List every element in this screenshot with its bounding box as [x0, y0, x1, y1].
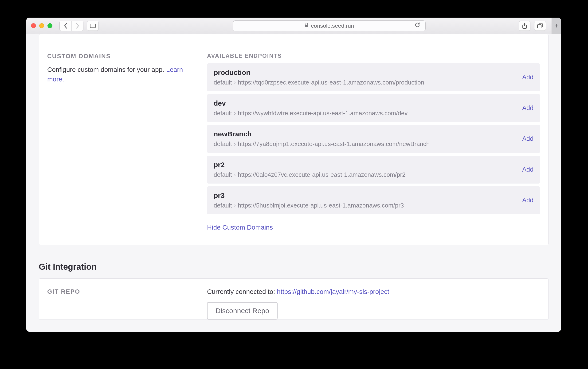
endpoint-url: https://5husblmjoi.execute-api.us-east-1…	[238, 202, 404, 209]
share-icon	[522, 23, 527, 29]
card-divider	[39, 34, 548, 41]
endpoint-name: dev	[214, 99, 408, 107]
endpoint-info: newBranch default›https://7ya8dojmp1.exe…	[214, 130, 430, 148]
git-repo-link[interactable]: https://github.com/jayair/my-sls-project	[277, 288, 389, 295]
endpoint-info: pr2 default›https://0alo4z07vc.execute-a…	[214, 161, 406, 178]
tabs-icon	[537, 23, 543, 28]
endpoint-name: pr2	[214, 161, 406, 169]
endpoint-name: pr3	[214, 191, 404, 199]
endpoint-row: dev default›https://wywhfdwtre.execute-a…	[207, 94, 540, 122]
git-integration-title: Git Integration	[39, 262, 548, 272]
chevron-right-icon: ›	[234, 171, 236, 178]
endpoint-path: default›https://wywhfdwtre.execute-api.u…	[214, 110, 408, 117]
custom-domains-description: Configure custom domains for your app. L…	[47, 65, 198, 84]
endpoint-url: https://wywhfdwtre.execute-api.us-east-1…	[238, 110, 408, 117]
svg-rect-0	[305, 25, 308, 27]
endpoint-info: pr3 default›https://5husblmjoi.execute-a…	[214, 191, 404, 209]
endpoint-stage: default	[214, 79, 232, 86]
git-connected-text: Currently connected to: https://github.c…	[207, 288, 540, 296]
chevron-left-icon	[64, 23, 67, 29]
endpoints-list: production default›https://tqd0rzpsec.ex…	[207, 63, 540, 214]
git-integration-section: Git Integration GIT REPO Currently conne…	[39, 262, 548, 320]
add-endpoint-button[interactable]: Add	[522, 74, 534, 81]
endpoint-url: https://7ya8dojmp1.execute-api.us-east-1…	[238, 140, 430, 147]
endpoints-panel: AVAILABLE ENDPOINTS production default›h…	[207, 53, 540, 231]
page-content: CUSTOM DOMAINS Configure custom domains …	[26, 34, 561, 332]
add-endpoint-button[interactable]: Add	[522, 135, 534, 142]
endpoint-path: default›https://0alo4z07vc.execute-api.u…	[214, 171, 406, 178]
address-url: console.seed.run	[311, 22, 354, 29]
endpoint-url: https://tqd0rzpsec.execute-api.us-east-1…	[238, 79, 424, 86]
lock-icon	[304, 22, 309, 29]
window-controls	[31, 23, 52, 28]
endpoint-name: newBranch	[214, 130, 430, 138]
tabs-button[interactable]	[534, 21, 546, 31]
back-button[interactable]	[60, 21, 72, 31]
refresh-icon	[415, 22, 420, 28]
endpoint-row: pr2 default›https://0alo4z07vc.execute-a…	[207, 156, 540, 184]
chevron-right-icon: ›	[234, 79, 236, 86]
hide-custom-domains-link[interactable]: Hide Custom Domains	[207, 224, 273, 231]
share-button[interactable]	[519, 21, 530, 31]
endpoint-info: dev default›https://wywhfdwtre.execute-a…	[214, 99, 408, 117]
endpoint-name: production	[214, 69, 424, 77]
nav-buttons	[59, 21, 84, 31]
endpoint-stage: default	[214, 202, 232, 209]
chevron-right-icon: ›	[234, 202, 236, 209]
sidebar-icon	[90, 24, 96, 28]
toolbar-right: +	[519, 18, 556, 34]
endpoint-stage: default	[214, 171, 232, 178]
svg-rect-3	[539, 24, 543, 27]
disconnect-repo-button[interactable]: Disconnect Repo	[207, 302, 278, 319]
chevron-right-icon	[76, 23, 79, 29]
git-repo-heading: GIT REPO	[47, 288, 207, 295]
svg-rect-2	[537, 25, 541, 28]
maximize-window-button[interactable]	[47, 23, 52, 28]
add-endpoint-button[interactable]: Add	[522, 197, 534, 204]
endpoint-stage: default	[214, 110, 232, 117]
custom-domains-info: CUSTOM DOMAINS Configure custom domains …	[47, 53, 207, 231]
new-tab-button[interactable]: +	[552, 18, 561, 34]
add-endpoint-button[interactable]: Add	[522, 104, 534, 112]
sidebar-toggle-button[interactable]	[87, 21, 99, 31]
minimize-window-button[interactable]	[39, 23, 44, 28]
address-bar[interactable]: console.seed.run	[233, 20, 426, 31]
custom-domains-heading: CUSTOM DOMAINS	[47, 53, 198, 60]
endpoint-row: production default›https://tqd0rzpsec.ex…	[207, 63, 540, 91]
endpoint-stage: default	[214, 140, 232, 147]
refresh-button[interactable]	[415, 22, 420, 29]
endpoint-path: default›https://tqd0rzpsec.execute-api.u…	[214, 79, 424, 86]
forward-button[interactable]	[72, 21, 83, 31]
endpoint-path: default›https://7ya8dojmp1.execute-api.u…	[214, 140, 430, 148]
endpoint-path: default›https://5husblmjoi.execute-api.u…	[214, 202, 404, 209]
chevron-right-icon: ›	[234, 110, 236, 117]
endpoint-row: newBranch default›https://7ya8dojmp1.exe…	[207, 125, 540, 153]
available-endpoints-label: AVAILABLE ENDPOINTS	[207, 53, 540, 59]
git-repo-card: GIT REPO Currently connected to: https:/…	[39, 278, 548, 320]
endpoint-row: pr3 default›https://5husblmjoi.execute-a…	[207, 186, 540, 214]
endpoint-url: https://0alo4z07vc.execute-api.us-east-1…	[238, 171, 406, 178]
browser-window: console.seed.run + CUSTOM DOMAINS Config…	[26, 18, 561, 332]
custom-domains-card: CUSTOM DOMAINS Configure custom domains …	[39, 34, 548, 245]
add-endpoint-button[interactable]: Add	[522, 166, 534, 173]
browser-titlebar: console.seed.run +	[26, 18, 561, 34]
close-window-button[interactable]	[31, 23, 36, 28]
chevron-right-icon: ›	[234, 140, 236, 147]
endpoint-info: production default›https://tqd0rzpsec.ex…	[214, 69, 424, 86]
